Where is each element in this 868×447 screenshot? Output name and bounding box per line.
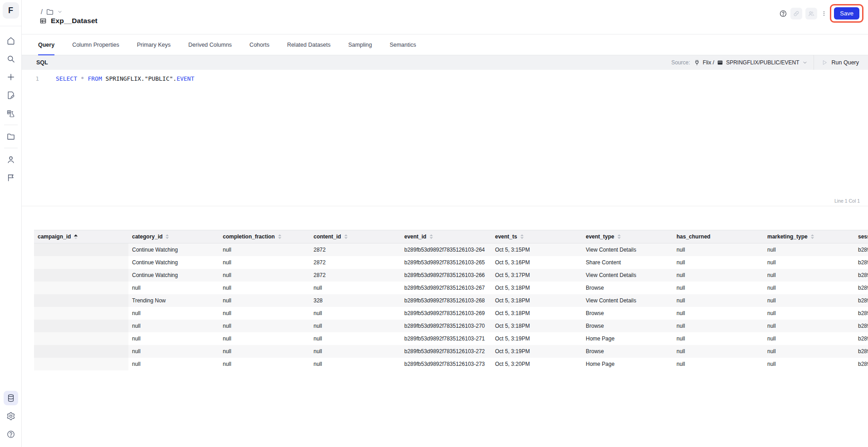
sql-editor[interactable]: 1 SELECT * FROM SPRINGFLIX."PUBLIC".EVEN… xyxy=(22,70,868,206)
table-cell: b289f xyxy=(854,307,868,320)
table-cell: null xyxy=(128,332,219,345)
tab-cohorts[interactable]: Cohorts xyxy=(250,34,270,55)
table-cell: b289fb53d9892f7835126103-270 xyxy=(401,320,491,332)
column-header-event_type[interactable]: event_type xyxy=(582,230,673,243)
table-cell xyxy=(34,294,128,307)
table-cell: null xyxy=(764,256,854,269)
table-cell: Home Page xyxy=(582,332,673,345)
table-cell: null xyxy=(219,269,310,282)
table-cell: Continue Watching xyxy=(128,256,219,269)
table-cell: null xyxy=(673,345,764,358)
tab-derived-columns[interactable]: Derived Columns xyxy=(188,34,232,55)
column-header-category_id[interactable]: category_id xyxy=(128,230,219,243)
sidebar-item-gear[interactable] xyxy=(0,407,21,425)
chevron-down-icon xyxy=(57,9,63,15)
help-icon[interactable] xyxy=(779,10,787,18)
tab-primary-keys[interactable]: Primary Keys xyxy=(137,34,171,55)
table-cell: 2872 xyxy=(310,256,401,269)
sidebar-item-plus[interactable] xyxy=(0,68,21,86)
table-cell: Trending Now xyxy=(128,294,219,307)
table-cell: b289fb53d9892f7835126103-269 xyxy=(401,307,491,320)
table-cell: null xyxy=(219,358,310,370)
people-icon xyxy=(808,10,815,17)
sort-icon[interactable] xyxy=(429,234,433,239)
sort-icon[interactable] xyxy=(278,234,282,239)
collaborators-button[interactable] xyxy=(805,8,817,19)
save-button[interactable]: Save xyxy=(834,7,859,19)
sort-icon[interactable] xyxy=(617,234,621,239)
column-header-completion_fraction[interactable]: completion_fraction xyxy=(219,230,310,243)
table-row: Continue Watchingnull2872b289fb53d9892f7… xyxy=(34,269,868,282)
flag-icon xyxy=(6,173,15,182)
table-cell xyxy=(34,256,128,269)
tab-sampling[interactable]: Sampling xyxy=(348,34,372,55)
tab-query[interactable]: Query xyxy=(38,34,54,55)
more-options-button[interactable] xyxy=(821,10,827,17)
sidebar-item-lab[interactable] xyxy=(0,104,21,122)
table-cell xyxy=(34,282,128,294)
sort-icon[interactable] xyxy=(810,234,814,239)
table-cell: Oct 5, 3:15PM xyxy=(491,243,582,256)
run-query-button[interactable]: Run Query xyxy=(814,55,868,70)
new-doc-icon xyxy=(6,91,15,100)
sidebar-item-person[interactable] xyxy=(0,151,21,169)
column-label: has_churned xyxy=(677,230,711,243)
tab-semantics[interactable]: Semantics xyxy=(390,34,416,55)
sql-bar: SQL Source: Flix / SPRINGFLIX/PUBLIC/EVE… xyxy=(22,55,868,70)
table-cell: null xyxy=(764,345,854,358)
table-cell: null xyxy=(764,358,854,370)
table-row: Continue Watchingnull2872b289fb53d9892f7… xyxy=(34,256,868,269)
table-cell: 2872 xyxy=(310,269,401,282)
sidebar-item-search[interactable] xyxy=(0,50,21,68)
table-cell: b289f xyxy=(854,243,868,256)
app-logo[interactable]: F xyxy=(3,2,19,19)
breadcrumb[interactable]: / xyxy=(41,8,63,16)
sidebar-item-folder[interactable] xyxy=(0,127,21,146)
sidebar-item-new-doc[interactable] xyxy=(0,86,21,104)
column-header-content_id[interactable]: content_id xyxy=(310,230,401,243)
table-cell xyxy=(34,243,128,256)
sql-bar-right: Source: Flix / SPRINGFLIX/PUBLIC/EVENT R… xyxy=(671,55,868,70)
sort-icon[interactable] xyxy=(165,234,169,239)
sidebar-item-home[interactable] xyxy=(0,32,21,50)
sidebar-item-database[interactable] xyxy=(0,389,21,407)
table-cell: null xyxy=(764,332,854,345)
table-cell xyxy=(34,345,128,358)
table-cell: Home Page xyxy=(582,358,673,370)
cursor-position-status: Line 1 Col 1 xyxy=(834,198,860,204)
column-header-campaign_id[interactable]: campaign_id xyxy=(34,230,128,243)
annotation-highlight: Save xyxy=(830,4,863,23)
sort-icon[interactable] xyxy=(344,234,348,239)
sql-code[interactable]: SELECT * FROM SPRINGFLIX."PUBLIC".EVENT xyxy=(56,75,194,83)
divider xyxy=(4,148,18,148)
column-header-event_ts[interactable]: event_ts xyxy=(491,230,582,243)
table-cell: null xyxy=(764,294,854,307)
column-header-event_id[interactable]: event_id xyxy=(401,230,491,243)
table-cell: Oct 5, 3:18PM xyxy=(491,320,582,332)
column-header-has_churned[interactable]: has_churned xyxy=(673,230,764,243)
folder-icon xyxy=(6,132,15,141)
column-header-marketing_type[interactable]: marketing_type xyxy=(764,230,854,243)
table-cell: Oct 5, 3:17PM xyxy=(491,269,582,282)
table-cell: null xyxy=(310,307,401,320)
tab-related-datasets[interactable]: Related Datasets xyxy=(287,34,331,55)
table-cell: b289f xyxy=(854,269,868,282)
divider xyxy=(4,125,18,125)
column-label: event_ts xyxy=(495,230,517,243)
code-line: 1 SELECT * FROM SPRINGFLIX."PUBLIC".EVEN… xyxy=(22,75,194,83)
table-cell: 2872 xyxy=(310,243,401,256)
table-row: nullnullnullb289fb53d9892f7835126103-273… xyxy=(34,358,868,370)
share-link-button[interactable] xyxy=(790,8,802,19)
column-header-sessi[interactable]: sessi xyxy=(854,230,868,243)
sort-asc-icon[interactable] xyxy=(74,234,78,239)
table-cell: b289fb53d9892f7835126103-267 xyxy=(401,282,491,294)
table-cell: Oct 5, 3:20PM xyxy=(491,358,582,370)
tab-column-properties[interactable]: Column Properties xyxy=(72,34,119,55)
source-selector[interactable]: Source: Flix / SPRINGFLIX/PUBLIC/EVENT xyxy=(671,59,813,66)
sort-icon[interactable] xyxy=(520,234,524,239)
main-area: / Exp__Dataset Save QueryColumn Properti… xyxy=(22,0,868,370)
sidebar-item-help[interactable] xyxy=(0,425,21,443)
column-label: completion_fraction xyxy=(223,230,275,243)
results-table: campaign_idcategory_idcompletion_fractio… xyxy=(34,230,868,370)
sidebar-item-flag[interactable] xyxy=(0,169,21,187)
